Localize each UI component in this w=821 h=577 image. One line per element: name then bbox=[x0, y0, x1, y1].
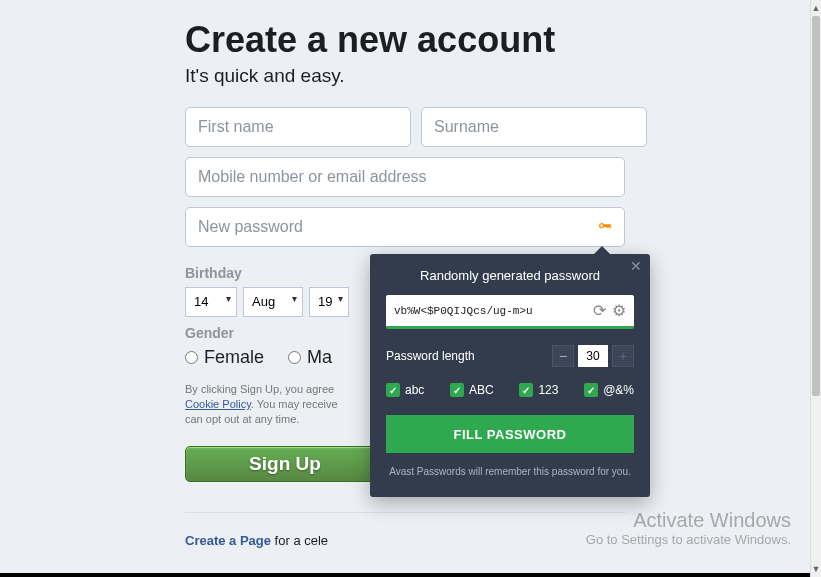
create-page-rest: for a cele bbox=[271, 533, 328, 548]
avast-password-popup: ✕ Randomly generated password vb%W<$P0QI… bbox=[370, 254, 650, 497]
birthday-month-select[interactable]: Aug bbox=[243, 287, 303, 317]
gender-male[interactable]: Ma bbox=[288, 347, 332, 368]
gender-male-label: Ma bbox=[307, 347, 332, 368]
checkbox-checked-icon: ✓ bbox=[519, 383, 533, 397]
scroll-down-arrow-icon[interactable]: ▼ bbox=[811, 561, 821, 577]
password-key-icon[interactable] bbox=[597, 219, 613, 235]
checkbox-checked-icon: ✓ bbox=[584, 383, 598, 397]
page-title: Create a new account bbox=[185, 20, 625, 60]
gender-female[interactable]: Female bbox=[185, 347, 264, 368]
option-numbers[interactable]: ✓ 123 bbox=[519, 383, 558, 397]
gender-male-radio[interactable] bbox=[288, 351, 301, 364]
signup-button[interactable]: Sign Up bbox=[185, 446, 385, 482]
legal-part2: . You may receive bbox=[251, 398, 338, 410]
avast-title: Randomly generated password bbox=[386, 268, 634, 283]
checkbox-checked-icon: ✓ bbox=[450, 383, 464, 397]
option-symbols-label: @&% bbox=[603, 383, 634, 397]
fill-password-button[interactable]: FILL PASSWORD bbox=[386, 415, 634, 453]
length-control: − + bbox=[552, 345, 634, 367]
cookie-policy-link[interactable]: Cookie Policy bbox=[185, 398, 251, 410]
option-uppercase-label: ABC bbox=[469, 383, 494, 397]
gender-female-radio[interactable] bbox=[185, 351, 198, 364]
legal-part3: can opt out at any time. bbox=[185, 413, 299, 425]
scroll-up-arrow-icon[interactable]: ▲ bbox=[811, 0, 821, 16]
password-input[interactable] bbox=[185, 207, 625, 247]
birthday-year-select[interactable]: 19 bbox=[309, 287, 349, 317]
length-increase-button[interactable]: + bbox=[612, 345, 634, 367]
scrollbar-thumb[interactable] bbox=[812, 16, 820, 396]
length-label: Password length bbox=[386, 349, 475, 363]
legal-part1: By clicking Sign Up, you agree bbox=[185, 383, 334, 395]
regenerate-icon[interactable]: ⟳ bbox=[593, 301, 606, 320]
checkbox-checked-icon: ✓ bbox=[386, 383, 400, 397]
first-name-input[interactable] bbox=[185, 107, 411, 147]
generated-password-value: vb%W<$P0QIJQcs/ug-m>u bbox=[394, 305, 587, 317]
bottom-bar bbox=[0, 573, 810, 577]
option-uppercase[interactable]: ✓ ABC bbox=[450, 383, 494, 397]
birthday-day-select[interactable]: 14 bbox=[185, 287, 237, 317]
avast-close-button[interactable]: ✕ bbox=[630, 258, 642, 274]
vertical-scrollbar[interactable]: ▲ ▼ bbox=[810, 0, 821, 577]
name-row bbox=[185, 107, 625, 157]
settings-gear-icon[interactable]: ⚙ bbox=[612, 301, 626, 320]
generated-password-box: vb%W<$P0QIJQcs/ug-m>u ⟳ ⚙ bbox=[386, 295, 634, 329]
contact-input[interactable] bbox=[185, 157, 625, 197]
length-decrease-button[interactable]: − bbox=[552, 345, 574, 367]
page-subtitle: It's quick and easy. bbox=[185, 65, 625, 87]
option-lowercase[interactable]: ✓ abc bbox=[386, 383, 424, 397]
length-row: Password length − + bbox=[386, 345, 634, 367]
password-row bbox=[185, 207, 625, 257]
create-page-text: Create a Page for a cele bbox=[185, 533, 625, 548]
create-page-link[interactable]: Create a Page bbox=[185, 533, 271, 548]
option-symbols[interactable]: ✓ @&% bbox=[584, 383, 634, 397]
close-icon: ✕ bbox=[630, 258, 642, 274]
options-row: ✓ abc ✓ ABC ✓ 123 ✓ @&% bbox=[386, 383, 634, 397]
gender-female-label: Female bbox=[204, 347, 264, 368]
length-input[interactable] bbox=[578, 345, 608, 367]
option-numbers-label: 123 bbox=[538, 383, 558, 397]
divider: Create a Page for a cele bbox=[185, 512, 625, 548]
surname-input[interactable] bbox=[421, 107, 647, 147]
avast-remember-text: Avast Passwords will remember this passw… bbox=[386, 465, 634, 479]
option-lowercase-label: abc bbox=[405, 383, 424, 397]
